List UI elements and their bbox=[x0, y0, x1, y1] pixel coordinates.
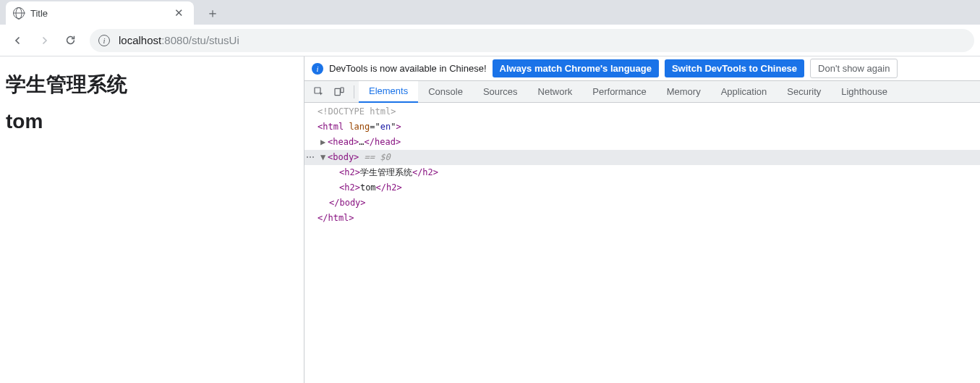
dom-node-html-open[interactable]: <html lang="en"> bbox=[304, 119, 980, 135]
address-bar[interactable]: i localhost:8080/stu/stusUi bbox=[90, 29, 974, 52]
svg-rect-1 bbox=[335, 88, 340, 95]
tab-title: Title bbox=[30, 8, 171, 19]
tab-application[interactable]: Application bbox=[711, 81, 777, 103]
new-tab-button[interactable]: ＋ bbox=[203, 3, 223, 23]
devtools-tab-bar: Elements Console Sources Network Perform… bbox=[304, 81, 980, 103]
tab-console[interactable]: Console bbox=[418, 81, 473, 103]
svg-rect-0 bbox=[315, 88, 320, 93]
globe-icon bbox=[13, 7, 25, 19]
infobar-message: DevTools is now available in Chinese! bbox=[329, 63, 487, 74]
reload-button[interactable] bbox=[58, 28, 82, 53]
page-heading-1: 学生管理系统 bbox=[6, 71, 298, 98]
tab-sources[interactable]: Sources bbox=[473, 81, 528, 103]
devtools-panel: i DevTools is now available in Chinese! … bbox=[304, 56, 980, 383]
tab-elements[interactable]: Elements bbox=[359, 81, 418, 103]
collapse-arrow-icon[interactable]: ▼ bbox=[320, 150, 328, 165]
forward-button[interactable] bbox=[32, 28, 56, 53]
back-button[interactable] bbox=[6, 28, 30, 53]
browser-tab[interactable]: Title ✕ bbox=[6, 1, 194, 25]
dom-node-body-open[interactable]: ▼<body> == $0 bbox=[304, 150, 980, 165]
close-tab-icon[interactable]: ✕ bbox=[171, 4, 187, 22]
url-port: :8080 bbox=[161, 34, 189, 46]
tab-security[interactable]: Security bbox=[777, 81, 831, 103]
url-path: /stu/stusUi bbox=[189, 34, 239, 46]
content-area: 学生管理系统 tom i DevTools is now available i… bbox=[0, 56, 980, 383]
expand-arrow-icon[interactable]: ▶ bbox=[320, 135, 328, 150]
url-host: localhost bbox=[119, 34, 161, 46]
device-toolbar-button[interactable] bbox=[329, 83, 349, 101]
dom-tree[interactable]: <!DOCTYPE html> <html lang="en"> ▶<head>… bbox=[304, 103, 980, 383]
tab-performance[interactable]: Performance bbox=[582, 81, 656, 103]
tab-network[interactable]: Network bbox=[528, 81, 583, 103]
switch-language-button[interactable]: Switch DevTools to Chinese bbox=[665, 59, 804, 77]
tab-memory[interactable]: Memory bbox=[657, 81, 711, 103]
browser-toolbar: i localhost:8080/stu/stusUi bbox=[0, 25, 980, 56]
separator bbox=[354, 85, 354, 98]
page-heading-2: tom bbox=[6, 110, 298, 133]
dom-node-h2-1[interactable]: <h2>学生管理系统</h2> bbox=[304, 165, 980, 180]
dom-node-body-close[interactable]: </body> bbox=[304, 195, 980, 211]
rendered-page: 学生管理系统 tom bbox=[0, 56, 304, 383]
dom-node-head[interactable]: ▶<head>…</head> bbox=[304, 135, 980, 150]
dom-node-doctype[interactable]: <!DOCTYPE html> bbox=[304, 104, 980, 119]
devtools-infobar: i DevTools is now available in Chinese! … bbox=[304, 56, 980, 81]
dom-node-html-close[interactable]: </html> bbox=[304, 211, 980, 226]
tab-lighthouse[interactable]: Lighthouse bbox=[831, 81, 898, 103]
dom-node-h2-2[interactable]: <h2>tom</h2> bbox=[304, 180, 980, 195]
match-language-button[interactable]: Always match Chrome's language bbox=[493, 59, 659, 77]
site-info-icon[interactable]: i bbox=[98, 35, 110, 46]
browser-tab-strip: Title ✕ ＋ bbox=[0, 0, 980, 25]
dismiss-infobar-button[interactable]: Don't show again bbox=[810, 59, 898, 78]
svg-rect-2 bbox=[341, 88, 344, 93]
info-icon: i bbox=[312, 63, 323, 75]
inspect-element-button[interactable] bbox=[309, 83, 329, 101]
